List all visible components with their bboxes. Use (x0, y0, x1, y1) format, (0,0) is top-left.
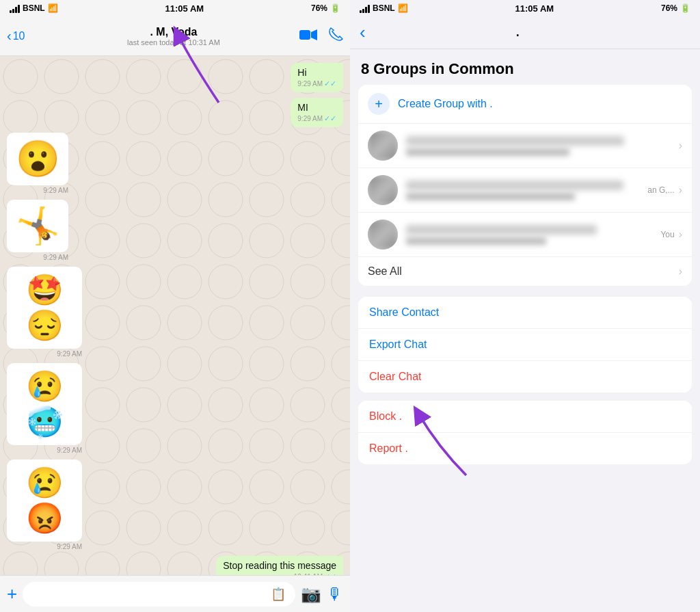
message-time: 9:29 AM (7, 350, 82, 358)
group-name (406, 225, 597, 235)
create-group-label: Create Group with . (398, 98, 493, 110)
message-input[interactable]: 📋 (23, 582, 295, 607)
group-tag: an G,... (647, 185, 674, 195)
group-subtitle (406, 237, 546, 245)
message-time: 9:29 AM (7, 254, 68, 261)
group-info (406, 181, 647, 200)
message-time: 9:29 AM (7, 447, 82, 454)
message-row: 🤩 😔 9:29 AM (7, 267, 343, 358)
wifi-icon: 📶 (398, 3, 408, 13)
see-all-row[interactable]: See All › (358, 257, 692, 286)
message-time: 9:29 AM (7, 543, 82, 550)
chat-body: Hi 9:29 AM ✓✓ MI 9:29 AM ✓✓ 😮 (0, 56, 350, 575)
group-avatar (368, 219, 398, 250)
battery-percent: 76% (311, 3, 327, 13)
signal-icon (360, 3, 370, 13)
right-carrier-info: BSNL 📶 (360, 3, 408, 13)
create-group-row[interactable]: + Create Group with . (358, 85, 692, 124)
header-actions (299, 27, 343, 46)
battery-percent: 76% (661, 3, 677, 13)
group-tag: You (660, 230, 674, 239)
message-time: 9:29 AM ✓✓ (297, 114, 336, 123)
message-row: MI 9:29 AM ✓✓ (7, 98, 343, 127)
sticker-message: 🤩 😔 9:29 AM (7, 267, 82, 358)
sent-message: MI 9:29 AM ✓✓ (291, 98, 343, 127)
group-row[interactable]: an G,... › (358, 168, 692, 213)
message-row: 😮 9:29 AM (7, 133, 343, 194)
mic-button[interactable]: 🎙 (327, 585, 343, 604)
chevron-icon: › (679, 139, 682, 152)
battery-icon: 🔋 (680, 3, 690, 13)
message-text: MI (297, 102, 336, 113)
carrier-label: BSNL (373, 3, 395, 13)
export-chat-button[interactable]: Export Chat (358, 329, 692, 361)
left-status-bar: BSNL 📶 11:05 AM 76% 🔋 (0, 0, 350, 16)
share-contact-button[interactable]: Share Contact (358, 297, 692, 329)
battery-icon: 🔋 (330, 3, 340, 13)
back-button[interactable]: ‹ (360, 22, 366, 43)
left-carrier-info: BSNL 📶 (10, 3, 58, 13)
avatar-blur (368, 219, 398, 250)
right-panel: BSNL 📶 11:05 AM 76% 🔋 ‹ . 8 Groups in Co… (350, 0, 700, 612)
right-time: 11:05 AM (515, 3, 554, 14)
svg-rect-0 (299, 30, 310, 40)
video-call-icon[interactable] (299, 27, 317, 45)
left-panel: BSNL 📶 11:05 AM 76% 🔋 ‹ 10 . M, Voda las… (0, 0, 350, 612)
group-name (406, 136, 624, 146)
chevron-icon: › (679, 265, 682, 278)
chevron-icon: › (679, 228, 682, 241)
phone-call-icon[interactable] (328, 27, 343, 46)
groups-card: + Create Group with . › (358, 85, 692, 286)
group-info (406, 136, 679, 156)
wifi-icon: 📶 (48, 3, 58, 13)
nav-title: . (366, 25, 670, 40)
contact-info: . M, Voda last seen today at 10:31 AM (48, 26, 299, 46)
read-receipt: ✓✓ (324, 114, 336, 123)
message-time: 9:29 AM ✓✓ (297, 79, 336, 88)
message-row: Stop reading this message 10:41 AM ✓✓ (7, 556, 343, 575)
sticker-button[interactable]: 📋 (271, 587, 286, 602)
group-avatar (368, 131, 398, 161)
sticker-message: 🤸 9:29 AM (7, 200, 68, 261)
group-name (406, 181, 623, 190)
group-row[interactable]: › (358, 124, 692, 168)
camera-button[interactable]: 📷 (301, 585, 321, 604)
sent-message: Stop reading this message 10:41 AM ✓✓ (216, 556, 343, 575)
block-contact-button[interactable]: Block . (358, 401, 692, 433)
right-battery-info: 76% 🔋 (661, 3, 690, 13)
left-time: 11:05 AM (165, 3, 204, 14)
sent-message: Hi 9:29 AM ✓✓ (291, 63, 343, 92)
message-row: 😢 😡 9:29 AM (7, 460, 343, 550)
back-button[interactable]: ‹ 10 (7, 28, 48, 44)
clear-chat-button[interactable]: Clear Chat (358, 361, 692, 393)
group-subtitle (406, 148, 569, 156)
right-nav-bar: ‹ . (350, 16, 700, 49)
message-time: 10:41 AM ✓✓ (223, 572, 336, 575)
right-content: 8 Groups in Common + Create Group with .… (350, 49, 700, 612)
read-receipt: ✓✓ (324, 572, 336, 575)
carrier-label: BSNL (23, 3, 45, 13)
right-status-bar: BSNL 📶 11:05 AM 76% 🔋 (350, 0, 700, 16)
add-attachment-button[interactable]: + (7, 583, 17, 604)
back-chevron-icon: ‹ (7, 28, 12, 44)
avatar-blur (368, 131, 398, 161)
contact-name: . M, Voda (150, 26, 197, 38)
read-receipt: ✓✓ (324, 79, 336, 88)
sticker-message: 😢 😡 9:29 AM (7, 460, 82, 550)
left-battery-info: 76% 🔋 (311, 3, 340, 13)
chat-input-bar: + 📋 📷 🎙 (0, 575, 350, 612)
sticker-message: 😮 9:29 AM (7, 133, 68, 194)
create-group-icon: + (368, 93, 390, 115)
group-subtitle (406, 193, 575, 200)
back-count: 10 (13, 30, 25, 42)
message-row: Hi 9:29 AM ✓✓ (7, 63, 343, 92)
message-text: Stop reading this message (223, 560, 336, 571)
report-contact-button[interactable]: Report . (358, 433, 692, 464)
group-avatar (368, 175, 398, 205)
group-info (406, 225, 660, 245)
last-seen-text: last seen today at 10:31 AM (127, 38, 220, 46)
actions-card: Share Contact Export Chat Clear Chat (358, 297, 692, 393)
group-row[interactable]: You › (358, 213, 692, 257)
chat-header: ‹ 10 . M, Voda last seen today at 10:31 … (0, 16, 350, 56)
signal-icon (10, 3, 20, 13)
